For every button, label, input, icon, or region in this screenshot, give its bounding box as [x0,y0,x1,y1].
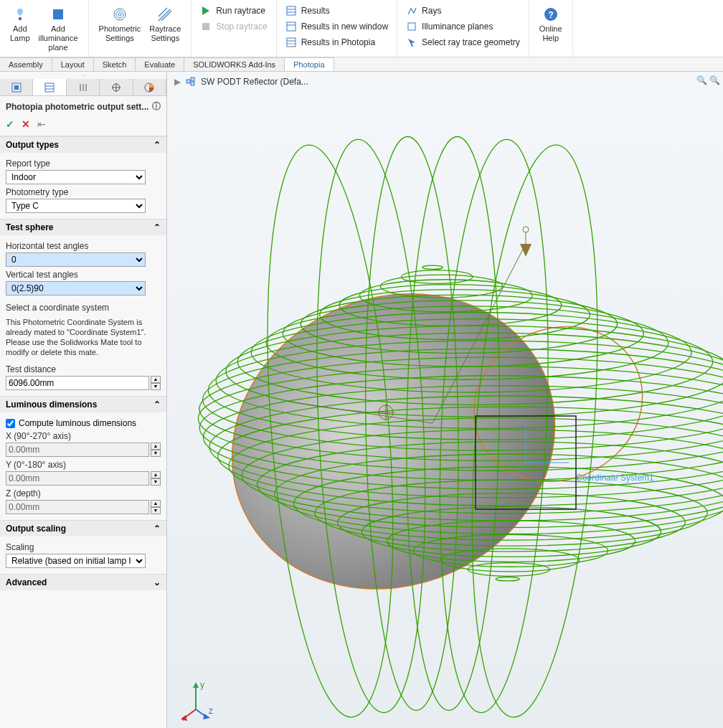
online-help-button[interactable]: ? Online Help [535,3,567,46]
svg-marker-86 [520,244,531,257]
vertical-test-angles-select[interactable]: 0(2.5)90 [6,281,146,296]
viewport[interactable]: 🔍 🔍 ▶ SW PODT Reflector (Defa... [167,72,723,728]
svg-point-69 [468,563,549,577]
lum-y-down[interactable]: ▼ [151,478,161,486]
coord-system-note: This Photometric Coordinate System is al… [6,317,161,357]
breadcrumb-arrow-icon[interactable]: ▶ [174,77,181,87]
planes-icon [406,21,417,32]
model-view[interactable]: Coordinate System1 [167,93,723,724]
lum-z-down[interactable]: ▼ [151,507,161,514]
panel-tab-3[interactable] [67,79,100,95]
test-distance-label: Test distance [6,364,161,374]
svg-text:z: z [209,706,213,716]
add-lamp-button[interactable]: Add Lamp [6,3,34,46]
tab-layout[interactable]: Layout [52,57,94,71]
rays-button[interactable]: Rays [403,4,523,17]
document-tabbar: Assembly Layout Sketch Evaluate SOLIDWOR… [0,57,723,72]
coord-select-label: Select a coordinate system [6,303,161,313]
tab-solidworks-addins[interactable]: SOLIDWORKS Add-Ins [184,57,285,71]
svg-rect-20 [14,85,19,90]
svg-point-4 [118,13,121,16]
report-type-label: Report type [6,159,161,169]
results-button[interactable]: Results [283,4,391,17]
report-type-select[interactable]: Indoor [6,170,146,184]
zoom-tool-1[interactable]: 🔍 [696,75,707,86]
lum-z-up[interactable]: ▲ [151,500,161,507]
svg-point-34 [184,242,604,641]
svg-marker-90 [193,682,199,688]
lum-z-label: Z (depth) [6,488,161,498]
select-ray-geometry-button[interactable]: Select ray trace geometry [403,36,523,49]
zoom-tool-2[interactable]: 🔍 [709,75,720,86]
lum-x-up[interactable]: ▲ [151,443,161,450]
svg-marker-16 [408,39,415,47]
test-distance-down[interactable]: ▼ [151,383,161,390]
svg-rect-12 [287,38,296,47]
results-icon [285,5,297,16]
svg-point-39 [380,275,502,298]
rays-icon [406,5,417,16]
horizontal-test-angles-label: Horizontal test angles [6,241,161,251]
accept-button[interactable]: ✓ [6,118,14,130]
horizontal-test-angles-select[interactable]: 0 [6,252,146,267]
test-distance-input[interactable] [6,376,149,390]
tab-assembly[interactable]: Assembly [0,57,52,71]
svg-rect-1 [53,9,63,19]
test-distance-up[interactable]: ▲ [151,376,161,383]
scaling-select[interactable]: Relative (based on initial lamp lu [6,554,146,568]
panel-title: Photopia photometric output sett... [6,102,148,112]
cancel-button[interactable]: ✕ [22,118,30,130]
compute-luminous-checkbox[interactable] [6,419,15,428]
tab-evaluate[interactable]: Evaluate [136,57,184,71]
photometric-icon [111,6,128,23]
section-output-types[interactable]: Output types ⌃ [0,137,166,153]
photometric-settings-button[interactable]: Photometric Settings [95,3,146,46]
play-icon [200,5,212,16]
photometry-type-select[interactable]: Type C [6,199,146,213]
panel-tab-2[interactable] [33,79,66,95]
results-photopia-button[interactable]: Results in Photopia [283,36,391,49]
add-illuminance-plane-button[interactable]: Add illuminance plane [34,3,82,55]
chevron-up-icon: ⌃ [153,524,161,534]
svg-rect-7 [287,6,296,15]
panel-title-row: Photopia photometric output sett... ⓘ [0,96,166,115]
chevron-up-icon: ⌃ [153,140,161,150]
illuminance-planes-button[interactable]: Illuminance planes [403,20,523,33]
svg-rect-31 [186,80,190,83]
results-photopia-icon [285,37,297,48]
run-raytrace-button[interactable]: Run raytrace [197,4,270,17]
lamp-icon [11,6,29,23]
panel-tab-4[interactable] [100,79,133,95]
help-icon[interactable]: ⓘ [152,100,161,113]
svg-rect-10 [287,22,296,31]
panel-tab-5[interactable] [133,79,166,95]
pin-button[interactable]: ⇤ [37,118,46,130]
svg-point-3 [116,11,123,18]
lum-y-label: Y (0°-180° axis) [6,460,161,470]
lum-y-up[interactable]: ▲ [151,471,161,478]
orientation-triad[interactable]: y x z [181,678,225,721]
breadcrumb-item[interactable]: SW PODT Reflector (Defa... [201,77,308,87]
panel-tab-1[interactable] [0,79,33,95]
section-advanced[interactable]: Advanced ⌄ [0,575,166,590]
section-output-scaling[interactable]: Output scaling ⌃ [0,521,166,536]
coord-system-label: Coordinate System1 [576,473,654,483]
stop-icon [200,21,212,32]
lum-x-down[interactable]: ▼ [151,450,161,457]
tab-photopia[interactable]: Photopia [285,57,334,71]
svg-point-70 [496,577,519,581]
compute-luminous-checkbox-row[interactable]: Compute luminous dimensions [6,418,161,428]
panel-tabs [0,79,166,96]
side-panel: ○ Photopia photometric output sett... ⓘ … [0,72,167,728]
svg-point-2 [114,9,126,20]
svg-marker-5 [202,6,209,15]
scaling-label: Scaling [6,542,161,552]
section-test-sphere[interactable]: Test sphere ⌃ [0,219,166,235]
plane-icon [49,6,67,23]
raytrace-settings-button[interactable]: Raytrace Settings [145,3,185,46]
chevron-up-icon: ⌃ [153,400,161,410]
section-luminous-dimensions[interactable]: Luminous dimensions ⌃ [0,397,166,412]
results-new-window-button[interactable]: Results in new window [283,20,391,33]
svg-rect-0 [19,17,22,20]
tab-sketch[interactable]: Sketch [94,57,136,71]
